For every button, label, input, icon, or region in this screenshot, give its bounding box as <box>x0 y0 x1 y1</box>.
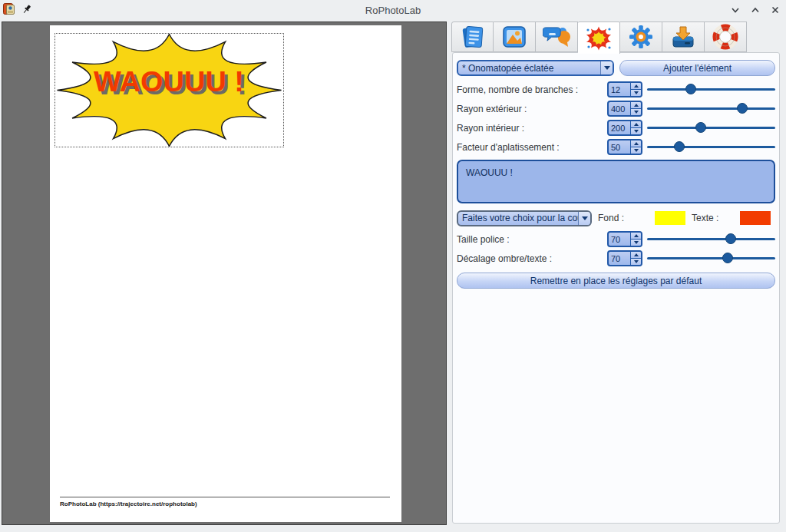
spin-up-button[interactable] <box>631 233 641 240</box>
slider-track <box>647 146 775 148</box>
outer-radius-row: Rayon extérieur : 400 <box>457 99 775 118</box>
slider-track <box>647 238 775 240</box>
font-size-spinbox[interactable]: 70 <box>607 231 642 247</box>
onomatopee-star-shape[interactable]: WAOUUU ! WAOUUU ! <box>55 34 283 147</box>
spin-down-button[interactable] <box>631 147 641 154</box>
page-footer-divider <box>60 497 390 497</box>
shadow-offset-slider[interactable] <box>647 250 775 266</box>
slider-track <box>647 88 775 91</box>
explosion-icon <box>584 25 613 52</box>
spin-up-button[interactable] <box>631 102 641 109</box>
outer-radius-spinbox[interactable]: 400 <box>607 101 642 117</box>
spin-down-button[interactable] <box>631 128 641 134</box>
tab-help[interactable] <box>705 21 747 52</box>
branches-value: 12 <box>609 83 630 96</box>
chevron-down-icon[interactable] <box>600 61 613 74</box>
onomatopee-text-value: WAOUUU ! <box>466 167 513 178</box>
color-target-select[interactable]: Faites votre choix pour la couleur ic <box>457 210 592 226</box>
tab-explosion[interactable] <box>578 21 620 54</box>
slider-handle[interactable] <box>674 141 685 152</box>
slider-handle[interactable] <box>695 122 706 133</box>
flatten-spinbox[interactable]: 50 <box>607 139 642 155</box>
color-target-value: Faites votre choix pour la couleur ic <box>458 213 578 223</box>
inner-radius-value: 200 <box>609 121 630 134</box>
documents-icon <box>459 24 487 50</box>
font-size-row: Taille police : 70 <box>457 230 775 249</box>
settings-panel: * Onomatopée éclatée Ajouter l'élément F… <box>448 17 786 532</box>
outer-radius-label: Rayon extérieur : <box>457 104 607 114</box>
save-icon <box>669 24 697 50</box>
add-element-label: Ajouter l'élément <box>663 63 732 74</box>
gear-icon <box>627 24 655 50</box>
reset-defaults-label: Remettre en place les réglages par défau… <box>530 276 702 286</box>
spin-down-button[interactable] <box>631 90 641 96</box>
spin-up-button[interactable] <box>631 83 641 90</box>
image-icon <box>500 24 528 50</box>
inner-radius-spinbox[interactable]: 200 <box>607 120 642 136</box>
star-text: WAOUUU ! <box>94 66 244 97</box>
page-footer-credit: RoPhotoLab (https://trajectoire.net/roph… <box>60 501 197 507</box>
background-color-swatch[interactable] <box>655 211 685 225</box>
flatten-slider[interactable] <box>647 139 775 155</box>
reset-defaults-button[interactable]: Remettre en place les réglages par défau… <box>457 273 775 289</box>
fond-label: Fond : <box>598 213 624 223</box>
slider-track <box>647 257 775 259</box>
onomatopee-text-input[interactable]: WAOUUU ! <box>457 160 775 203</box>
inner-radius-label: Rayon intérieur : <box>457 123 607 134</box>
chevron-down-icon[interactable] <box>578 212 590 225</box>
slider-handle[interactable] <box>685 84 696 94</box>
document-canvas[interactable]: WAOUUU ! WAOUUU ! RoPhotoLab (https://tr… <box>2 21 447 525</box>
branches-label: Forme, nombre de branches : <box>457 84 607 95</box>
slider-track <box>647 107 775 110</box>
element-type-select[interactable]: * Onomatopée éclatée <box>457 60 614 76</box>
tab-documents[interactable] <box>451 21 494 52</box>
color-row: Faites votre choix pour la couleur ic Fo… <box>457 209 775 227</box>
tab-content-frame: * Onomatopée éclatée Ajouter l'élément F… <box>452 52 780 524</box>
branches-spinbox[interactable]: 12 <box>607 81 642 97</box>
element-type-value: * Onomatopée éclatée <box>458 63 600 74</box>
tab-settings[interactable] <box>620 21 662 52</box>
outer-radius-slider[interactable] <box>647 101 775 117</box>
outer-radius-value: 400 <box>609 102 630 115</box>
tool-tabbar <box>451 21 747 53</box>
slider-track <box>647 127 775 129</box>
add-element-button[interactable]: Ajouter l'élément <box>619 60 775 76</box>
slider-handle[interactable] <box>737 103 748 114</box>
tab-save[interactable] <box>662 21 705 52</box>
slider-handle[interactable] <box>722 253 733 263</box>
window-title: RoPhotoLab <box>0 5 786 16</box>
font-size-value: 70 <box>609 233 630 246</box>
branches-slider[interactable] <box>647 81 775 97</box>
selected-element-bounds[interactable]: WAOUUU ! WAOUUU ! <box>54 33 284 147</box>
flatten-value: 50 <box>609 140 630 154</box>
lifebuoy-help-icon <box>712 24 739 50</box>
inner-radius-slider[interactable] <box>647 120 775 136</box>
slider-handle[interactable] <box>725 233 736 244</box>
shadow-offset-spinbox[interactable]: 70 <box>607 250 642 266</box>
spin-down-button[interactable] <box>631 240 641 246</box>
spin-down-button[interactable] <box>631 259 641 265</box>
flatten-row: Facteur d'aplatissement : 50 <box>457 137 775 157</box>
speech-bubbles-icon <box>543 24 570 50</box>
chevron-down-icon[interactable] <box>729 4 741 16</box>
shadow-offset-value: 70 <box>609 252 630 265</box>
text-color-swatch[interactable] <box>740 211 771 225</box>
spin-up-button[interactable] <box>631 252 641 259</box>
document-page[interactable]: WAOUUU ! WAOUUU ! RoPhotoLab (https://tr… <box>50 25 401 522</box>
chevron-up-icon[interactable] <box>749 4 761 16</box>
branches-row: Forme, nombre de branches : 12 <box>457 80 775 99</box>
spin-down-button[interactable] <box>631 109 641 115</box>
font-size-slider[interactable] <box>647 231 775 247</box>
spin-up-button[interactable] <box>631 140 641 147</box>
tab-speech-bubbles[interactable] <box>536 21 578 52</box>
font-size-label: Taille police : <box>457 234 607 245</box>
flatten-label: Facteur d'aplatissement : <box>457 142 607 153</box>
shadow-offset-label: Décalage ombre/texte : <box>457 253 607 264</box>
inner-radius-row: Rayon intérieur : 200 <box>457 118 775 137</box>
tab-image[interactable] <box>494 21 536 52</box>
spin-up-button[interactable] <box>631 121 641 128</box>
texte-label: Texte : <box>692 213 718 223</box>
close-icon[interactable] <box>769 4 781 16</box>
shadow-offset-row: Décalage ombre/texte : 70 <box>457 249 775 268</box>
